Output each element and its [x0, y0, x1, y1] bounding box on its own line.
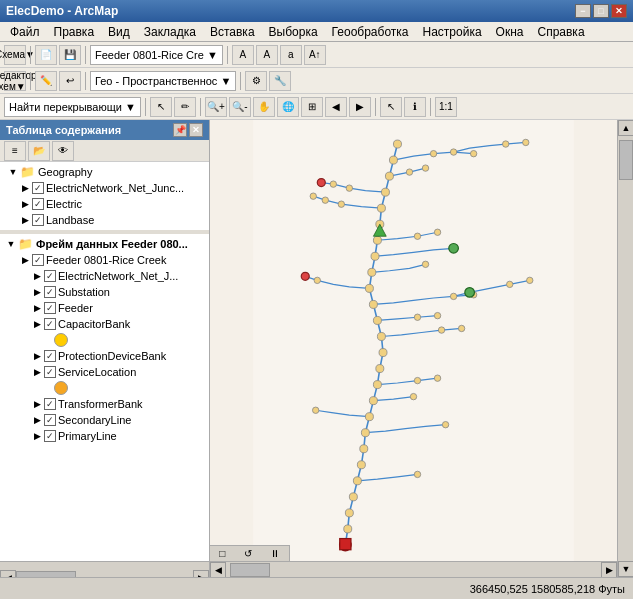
scroll-left-btn[interactable]: ◀	[210, 562, 226, 577]
scroll-thumb-h[interactable]	[230, 563, 270, 577]
toc-pin-btn[interactable]: 📌	[173, 123, 187, 137]
tb-edit-2[interactable]: ↩	[59, 71, 81, 91]
back-btn[interactable]: ◀	[325, 97, 347, 117]
check-electric[interactable]	[32, 198, 44, 210]
toc-item-feeder-0801[interactable]: ▶ Feeder 0801-Rice Creek	[0, 252, 209, 268]
toc-scroll-right[interactable]: ▶	[193, 570, 209, 578]
expand-feeder[interactable]: ▶	[30, 301, 44, 315]
menu-edit[interactable]: Правка	[48, 23, 101, 41]
maximize-button[interactable]: □	[593, 4, 609, 18]
toc-item-electricnetwork-net[interactable]: ▶ ElectricNetwork_Net_J...	[0, 268, 209, 284]
tb-geo-2[interactable]: 🔧	[269, 71, 291, 91]
tb-btn-6[interactable]: A↑	[304, 45, 326, 65]
expand-substation[interactable]: ▶	[30, 285, 44, 299]
expand-electric[interactable]: ▶	[18, 197, 32, 211]
menu-geoprocessing[interactable]: Геообработка	[326, 23, 415, 41]
scroll-right-btn[interactable]: ▶	[601, 562, 617, 577]
editor-scheme-btn[interactable]: Редактор схем▼	[4, 71, 26, 91]
tb-btn-3[interactable]: A	[232, 45, 254, 65]
check-landbase[interactable]	[32, 214, 44, 226]
check-transformerbank[interactable]	[44, 398, 56, 410]
expand-protectiondevicebank[interactable]: ▶	[30, 349, 44, 363]
fwd-btn[interactable]: ▶	[349, 97, 371, 117]
check-servicelocation[interactable]	[44, 366, 56, 378]
check-secondaryline[interactable]	[44, 414, 56, 426]
toc-item-transformerbank[interactable]: ▶ TransformerBank	[0, 396, 209, 412]
toc-item-servicelocation[interactable]: ▶ ServiceLocation	[0, 364, 209, 380]
map-tool-3[interactable]: ⏸	[270, 548, 280, 559]
check-feeder-0801[interactable]	[32, 254, 44, 266]
toc-scroll-thumb[interactable]	[16, 571, 76, 578]
info-btn[interactable]: ℹ	[404, 97, 426, 117]
scroll-down-btn[interactable]: ▼	[618, 561, 633, 577]
toc-close-btn[interactable]: ✕	[189, 123, 203, 137]
check-feeder[interactable]	[44, 302, 56, 314]
expand-transformerbank[interactable]: ▶	[30, 397, 44, 411]
expand-geography[interactable]: ▼	[6, 165, 20, 179]
pan-btn[interactable]: ✋	[253, 97, 275, 117]
tb-tool-2[interactable]: ✏	[174, 97, 196, 117]
expand-electricnetwork-net[interactable]: ▶	[30, 269, 44, 283]
tb-edit-1[interactable]: ✏️	[35, 71, 57, 91]
tb-btn-1[interactable]: 📄	[35, 45, 57, 65]
toc-vis-btn[interactable]: 👁	[52, 141, 74, 161]
globe-btn[interactable]: 🌐	[277, 97, 299, 117]
tb-btn-5[interactable]: a	[280, 45, 302, 65]
toc-item-secondaryline[interactable]: ▶ SecondaryLine	[0, 412, 209, 428]
geo-dropdown[interactable]: Гео - Пространственнос ▼	[90, 71, 236, 91]
schema-dropdown-btn[interactable]: Схема▼	[4, 45, 26, 65]
tb-geo-1[interactable]: ⚙	[245, 71, 267, 91]
scroll-thumb-v[interactable]	[619, 140, 633, 180]
find-dropdown[interactable]: Найти перекрывающи ▼	[4, 97, 141, 117]
map-canvas[interactable]	[210, 120, 617, 561]
expand-feeder-0801[interactable]: ▶	[18, 253, 32, 267]
tb-btn-4[interactable]: A	[256, 45, 278, 65]
menu-windows[interactable]: Окна	[490, 23, 530, 41]
zoom-in-btn[interactable]: 🔍+	[205, 97, 227, 117]
toc-source-btn[interactable]: 📂	[28, 141, 50, 161]
expand-feeder-frame[interactable]: ▼	[4, 237, 18, 251]
expand-secondaryline[interactable]: ▶	[30, 413, 44, 427]
toc-item-capacitorbank[interactable]: ▶ CapacitorBank	[0, 316, 209, 332]
menu-file[interactable]: Файл	[4, 23, 46, 41]
scroll-up-btn[interactable]: ▲	[618, 120, 633, 136]
menu-bookmark[interactable]: Закладка	[138, 23, 202, 41]
check-capacitorbank[interactable]	[44, 318, 56, 330]
check-primaryline[interactable]	[44, 430, 56, 442]
extent-btn[interactable]: ⊞	[301, 97, 323, 117]
map-tool-1[interactable]: □	[219, 548, 225, 559]
map-scrollbar-vertical[interactable]: ▲ ▼	[617, 120, 633, 577]
toc-item-electricnetwork-junc[interactable]: ▶ ElectricNetwork_Net_Junc...	[0, 180, 209, 196]
expand-landbase[interactable]: ▶	[18, 213, 32, 227]
check-electricnetwork-net[interactable]	[44, 270, 56, 282]
menu-selection[interactable]: Выборка	[263, 23, 324, 41]
toc-item-primaryline[interactable]: ▶ PrimaryLine	[0, 428, 209, 444]
check-electricnetwork-junc[interactable]	[32, 182, 44, 194]
toc-item-landbase[interactable]: ▶ Landbase	[0, 212, 209, 228]
check-protectiondevicebank[interactable]	[44, 350, 56, 362]
tb-btn-2[interactable]: 💾	[59, 45, 81, 65]
toc-item-substation[interactable]: ▶ Substation	[0, 284, 209, 300]
menu-view[interactable]: Вид	[102, 23, 136, 41]
toc-scroll-left[interactable]: ◀	[0, 570, 16, 578]
menu-help[interactable]: Справка	[531, 23, 590, 41]
expand-servicelocation[interactable]: ▶	[30, 365, 44, 379]
close-button[interactable]: ✕	[611, 4, 627, 18]
toc-item-geography[interactable]: ▼ 📁 Geography	[0, 164, 209, 180]
toc-list-btn[interactable]: ≡	[4, 141, 26, 161]
map-scrollbar-horizontal[interactable]: ◀ ▶	[210, 561, 617, 577]
toc-item-protectiondevicebank[interactable]: ▶ ProtectionDeviceBank	[0, 348, 209, 364]
toc-item-electric[interactable]: ▶ Electric	[0, 196, 209, 212]
expand-electricnetwork-junc[interactable]: ▶	[18, 181, 32, 195]
zoom-out-btn[interactable]: 🔍-	[229, 97, 251, 117]
tb-tool-1[interactable]: ↖	[150, 97, 172, 117]
select-btn[interactable]: ↖	[380, 97, 402, 117]
map-tool-2[interactable]: ↺	[244, 548, 252, 559]
map-area[interactable]: ▲ ▼ ◀ ▶ □ ↺ ⏸	[210, 120, 633, 577]
expand-capacitorbank[interactable]: ▶	[30, 317, 44, 331]
toc-item-feeder-frame[interactable]: ▼ 📁 Фрейм данных Feeder 080...	[0, 236, 209, 252]
menu-settings[interactable]: Настройка	[417, 23, 488, 41]
check-substation[interactable]	[44, 286, 56, 298]
scale-btn[interactable]: 1:1	[435, 97, 457, 117]
menu-insert[interactable]: Вставка	[204, 23, 261, 41]
